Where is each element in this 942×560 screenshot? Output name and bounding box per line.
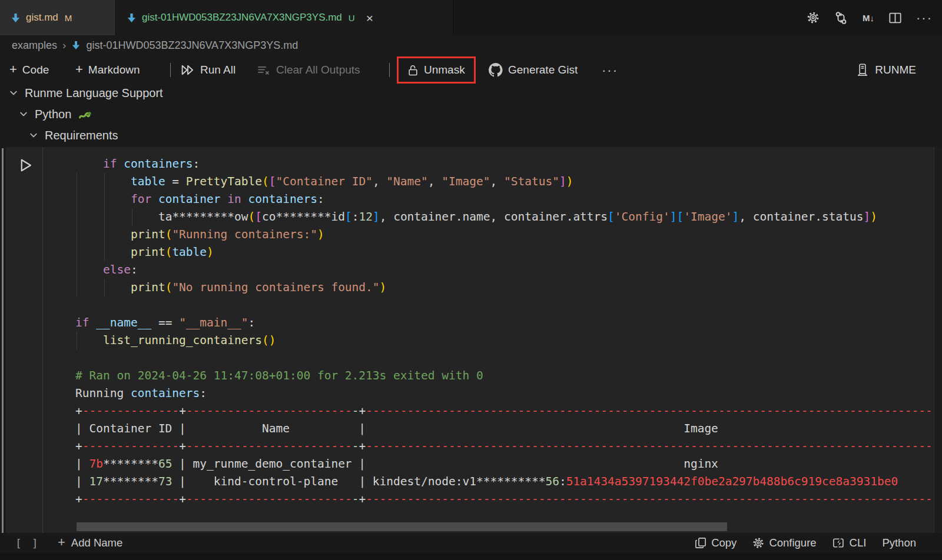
section-label: Python	[35, 108, 71, 121]
toolbar-divider	[170, 63, 171, 77]
notebook-toolbar: + Code + Markdown Run All Clear All Ou	[0, 55, 942, 85]
code-line: | Container ID | Name | Image	[75, 420, 936, 438]
breadcrumb: examples › gist-01HWD053BZ23JN6VA7X3NGP3…	[12, 35, 298, 55]
add-name-label: Add Name	[71, 536, 122, 549]
code-line: print(table)	[75, 244, 936, 261]
editor-tab-bar: gist.md M gist-01HWD053BZ23JN6VA7X3NGP3Y…	[0, 0, 942, 35]
cell-footer-actions: Copy Configure CLI Python	[695, 533, 916, 553]
horizontal-scrollbar[interactable]	[77, 522, 727, 531]
github-icon	[489, 63, 503, 77]
code-line: for container in containers:	[75, 191, 936, 208]
configure-label: Configure	[769, 536, 816, 549]
copy-icon	[695, 537, 706, 549]
code-line: Running containers:	[75, 385, 936, 402]
code-line: if __name__ == "__main__":	[75, 314, 936, 332]
copy-label: Copy	[711, 536, 737, 549]
code-line: else:	[75, 261, 936, 279]
code-line: print("Running containers:")	[75, 226, 936, 244]
add-code-cell-button[interactable]: + Code	[9, 55, 49, 85]
section-label: Requirements	[45, 129, 118, 142]
window-bottom-edge	[0, 553, 942, 560]
add-name-button[interactable]: + Add Name	[58, 533, 122, 553]
add-markdown-cell-button[interactable]: + Markdown	[75, 55, 140, 85]
unmask-label: Unmask	[424, 64, 465, 76]
code-line: table = PrettyTable(["Container ID", "Na…	[75, 173, 936, 191]
runme-label: RUNME	[875, 64, 916, 76]
add-code-label: Code	[22, 64, 49, 76]
clear-all-outputs-icon	[257, 65, 271, 75]
add-markdown-label: Markdown	[88, 64, 140, 76]
code-line: | 17********73 | kind-control-plane | ki…	[75, 473, 936, 491]
section-label: Runme Language Support	[25, 86, 163, 100]
section-runme-language-support[interactable]: Runme Language Support	[9, 84, 163, 102]
run-all-label: Run All	[200, 64, 236, 76]
breadcrumb-folder[interactable]: examples	[12, 39, 57, 52]
runme-logo-icon	[856, 64, 869, 76]
split-editor-icon[interactable]	[889, 12, 901, 24]
code-line: list_running_containers()	[75, 332, 936, 349]
code-line	[75, 296, 936, 314]
chevron-down-icon[interactable]	[19, 111, 28, 117]
clear-all-outputs-button[interactable]: Clear All Outputs	[257, 55, 360, 85]
section-python[interactable]: Python	[19, 105, 92, 124]
cli-lightning-icon	[832, 537, 845, 549]
tab-gist-md[interactable]: gist.md M	[0, 0, 116, 35]
markdown-preview-icon[interactable]: M↓	[863, 13, 874, 23]
cell-focus-brackets-icon: [ ]	[15, 533, 40, 553]
cell-focus-indicator	[2, 148, 4, 547]
vscode-runme-notebook: gist.md M gist-01HWD053BZ23JN6VA7X3NGP3Y…	[0, 0, 942, 560]
unmask-button-annotated[interactable]: Unmask	[397, 56, 476, 84]
markdown-file-icon	[71, 41, 81, 50]
code-line: if containers:	[75, 155, 936, 173]
gutter-divider	[42, 147, 43, 533]
code-line: | 7b********65 | my_runme_demo_container…	[75, 455, 936, 473]
code-line: print("No running containers found.")	[75, 279, 936, 296]
cli-label: CLI	[850, 536, 867, 549]
configure-button[interactable]: Configure	[752, 536, 816, 549]
git-modified-badge: M	[65, 13, 72, 23]
code-line	[75, 349, 936, 367]
plus-icon: +	[9, 63, 17, 76]
snake-emoji-icon	[78, 109, 92, 120]
breadcrumb-file[interactable]: gist-01HWD053BZ23JN6VA7X3NGP3YS.md	[86, 39, 298, 52]
tab-label: gist.md	[26, 12, 58, 24]
code-line: +--------------+------------------------…	[75, 438, 936, 455]
clear-all-outputs-label: Clear All Outputs	[276, 64, 360, 76]
unlock-icon	[407, 64, 419, 76]
tab-gist-01hwd[interactable]: gist-01HWD053BZ23JN6VA7X3NGP3YS.md U ×	[116, 0, 453, 35]
vertical-scrollbar-track[interactable]	[934, 147, 942, 533]
runme-extension-button[interactable]: RUNME	[856, 55, 916, 85]
section-requirements[interactable]: Requirements	[29, 126, 118, 145]
plus-icon: +	[58, 536, 65, 549]
generate-gist-button[interactable]: Generate Gist	[489, 55, 578, 85]
git-compare-icon[interactable]	[834, 11, 848, 25]
copy-button[interactable]: Copy	[695, 536, 737, 549]
code-line: # Ran on 2024-04-26 11:47:08+01:00 for 2…	[75, 367, 936, 385]
cli-button[interactable]: CLI	[832, 536, 867, 549]
more-actions-icon[interactable]: ···	[916, 15, 933, 21]
run-all-icon	[181, 64, 195, 76]
cell-more-actions-icon[interactable]: ···	[602, 55, 618, 85]
code-line: +--------------+------------------------…	[75, 491, 936, 508]
breadcrumb-separator: ›	[62, 39, 66, 52]
git-untracked-badge: U	[349, 13, 355, 23]
generate-gist-label: Generate Gist	[508, 64, 578, 76]
run-cell-button[interactable]	[18, 156, 34, 174]
cell-language-indicator[interactable]: Python	[882, 536, 916, 549]
code-line: +--------------+------------------------…	[75, 402, 936, 420]
toolbar-divider	[389, 63, 390, 77]
plus-icon: +	[75, 63, 83, 76]
code-editor[interactable]: if containers: table = PrettyTable(["Con…	[75, 155, 936, 512]
close-icon[interactable]: ×	[366, 12, 373, 24]
tab-label: gist-01HWD053BZ23JN6VA7X3NGP3YS.md	[142, 12, 342, 24]
chevron-down-icon[interactable]	[9, 90, 18, 96]
run-all-button[interactable]: Run All	[181, 55, 236, 85]
settings-gear-icon[interactable]	[807, 11, 820, 24]
code-line: ta*********ow([co********id[:12], contai…	[75, 208, 936, 226]
chevron-down-icon[interactable]	[29, 132, 38, 138]
gear-icon	[752, 537, 764, 549]
markdown-file-icon	[127, 13, 137, 23]
editor-actions: M↓ ···	[807, 0, 933, 35]
markdown-file-icon	[11, 13, 21, 23]
